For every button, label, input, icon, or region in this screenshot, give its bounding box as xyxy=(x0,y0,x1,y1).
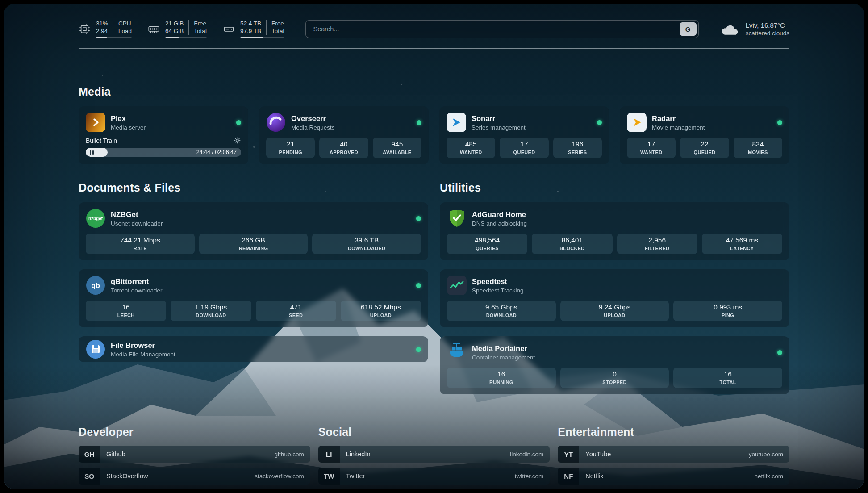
service-description: Torrent downloader xyxy=(111,287,163,294)
playback-time: 24:44 / 02:06:47 xyxy=(196,149,241,155)
now-playing-title: Bullet Train xyxy=(86,137,117,144)
disk-usage-bar xyxy=(240,37,284,38)
service-card-overseerr[interactable]: Overseerr Media Requests 21 PENDING 40 A… xyxy=(259,106,429,164)
documents-section-title: Documents & Files xyxy=(79,181,428,194)
bookmark-youtube[interactable]: YT YouTube youtube.com xyxy=(558,446,789,463)
bookmark-linkedin[interactable]: LI LinkedIn linkedin.com xyxy=(318,446,550,463)
stat-available: 945 AVAILABLE xyxy=(373,138,421,158)
service-card-portainer[interactable]: Media Portainer Container management 16 … xyxy=(440,336,789,394)
service-name: qBittorrent xyxy=(111,277,163,286)
service-card-speedtest[interactable]: Speedtest Speedtest Tracking 9.65 Gbps D… xyxy=(440,269,789,327)
svg-text:qb: qb xyxy=(91,282,100,289)
service-card-qbittorrent[interactable]: qb qBittorrent Torrent downloader 16 xyxy=(79,269,428,327)
service-description: Usenet downloader xyxy=(111,220,163,227)
developer-group-title: Developer xyxy=(79,426,310,439)
service-description: DNS and adblocking xyxy=(472,220,527,227)
pause-button[interactable] xyxy=(90,150,94,155)
stat-upload: 9.24 Gbps UPLOAD xyxy=(560,301,669,321)
bookmark-abbr: YT xyxy=(558,446,579,463)
cpu-usage-bar xyxy=(96,37,132,38)
cloud-icon xyxy=(720,22,740,36)
service-card-sonarr[interactable]: Sonarr Series management 485 WANTED 17 Q… xyxy=(439,106,609,164)
service-name: Radarr xyxy=(652,114,705,123)
status-dot xyxy=(416,283,421,288)
service-card-nzbget[interactable]: nzbget NZBGet Usenet downloader 744.21 M… xyxy=(79,202,428,260)
search-provider-button[interactable]: G xyxy=(680,22,697,36)
stat-queued: 17 QUEUED xyxy=(500,138,548,158)
section-media: Media Plex Media server xyxy=(79,85,789,164)
disk-total-label: Total xyxy=(271,27,284,35)
stat-download: 9.65 Gbps DOWNLOAD xyxy=(447,301,556,321)
bookmark-stackoverflow[interactable]: SO StackOverflow stackoverflow.com xyxy=(79,468,310,485)
bookmark-netflix[interactable]: NF Netflix netflix.com xyxy=(558,468,789,485)
bookmark-twitter[interactable]: TW Twitter twitter.com xyxy=(318,468,550,485)
media-section-title: Media xyxy=(79,85,789,98)
top-bar: 31% 2.94 CPU Load xyxy=(79,20,789,38)
bookmark-url: netflix.com xyxy=(754,473,789,480)
stat-upload: 618.52 Mbps UPLOAD xyxy=(341,301,421,321)
stat-seed: 471 SEED xyxy=(256,301,336,321)
bookmark-github[interactable]: GH Github github.com xyxy=(79,446,310,463)
filebrowser-icon xyxy=(86,339,105,359)
service-card-adguard[interactable]: AdGuard Home DNS and adblocking 498,564 … xyxy=(440,202,789,260)
stat-queued: 22 QUEUED xyxy=(680,138,729,158)
service-name: Media Portainer xyxy=(472,344,535,353)
playback-progress-bar[interactable]: 24:44 / 02:06:47 xyxy=(86,148,241,157)
stat-series: 196 SERIES xyxy=(553,138,602,158)
overseerr-icon xyxy=(266,113,286,132)
bookmark-abbr: NF xyxy=(558,468,579,485)
stat-downloaded: 39.6 TB DOWNLOADED xyxy=(312,234,421,254)
weather-location: Lviv, 16.87°C xyxy=(746,21,789,29)
service-name: Plex xyxy=(111,114,146,123)
stat-remaining: 266 GB REMAINING xyxy=(199,234,308,254)
service-description: Media server xyxy=(111,124,146,131)
bookmark-abbr: LI xyxy=(318,446,340,463)
nzbget-icon: nzbget xyxy=(86,209,105,228)
status-dot xyxy=(597,120,602,125)
stat-running: 16 RUNNING xyxy=(447,368,556,388)
service-card-radarr[interactable]: Radarr Movie management 17 WANTED 22 QUE… xyxy=(620,106,789,164)
service-description: Media File Management xyxy=(111,351,175,358)
dashboard-content: 31% 2.94 CPU Load xyxy=(4,4,864,489)
memory-widget: 21 GiB 64 GiB Free Total xyxy=(148,20,207,38)
bookmark-name: StackOverflow xyxy=(100,472,148,480)
service-name: File Browser xyxy=(111,341,175,350)
bookmark-url: github.com xyxy=(275,451,310,458)
disk-icon xyxy=(223,23,235,35)
stat-stopped: 0 STOPPED xyxy=(560,368,669,388)
service-name: Speedtest xyxy=(472,277,524,286)
search-input[interactable] xyxy=(305,20,698,38)
service-name: Sonarr xyxy=(472,114,526,123)
status-dot xyxy=(417,120,421,125)
weather-condition: scattered clouds xyxy=(746,30,789,37)
snow-specks xyxy=(4,4,4,4)
stat-movies: 834 MOVIES xyxy=(734,138,782,158)
dashboard-screen: 31% 2.94 CPU Load xyxy=(4,4,864,489)
bookmark-url: stackoverflow.com xyxy=(255,473,310,480)
disk-free-label: Free xyxy=(271,20,284,27)
speedtest-icon xyxy=(447,276,467,295)
status-dot xyxy=(236,120,241,125)
service-description: Container management xyxy=(472,354,535,361)
service-card-plex[interactable]: Plex Media server Bullet Train xyxy=(79,106,248,164)
gear-icon[interactable] xyxy=(234,137,241,144)
bookmark-name: YouTube xyxy=(579,451,611,458)
section-documents: Documents & Files nzbget NZBGet Usenet d… xyxy=(79,181,428,362)
stat-leech: 16 LEECH xyxy=(86,301,166,321)
memory-usage-bar xyxy=(165,37,207,38)
search-bar: G xyxy=(305,20,698,38)
stat-download: 1.19 Gbps DOWNLOAD xyxy=(171,301,251,321)
bookmark-group-social: Social LI LinkedIn linkedin.com TW Twitt… xyxy=(318,426,550,489)
section-utilities: Utilities AdGuard Home DNS xyxy=(440,181,789,394)
service-card-filebrowser[interactable]: File Browser Media File Management xyxy=(79,336,428,362)
sonarr-icon xyxy=(447,113,466,132)
stat-wanted: 17 WANTED xyxy=(627,138,676,158)
cpu-load-value: 2.94 xyxy=(96,27,108,35)
stat-wanted: 485 WANTED xyxy=(447,138,495,158)
disk-free-value: 52.4 TB xyxy=(240,20,261,27)
svg-text:nzbget: nzbget xyxy=(88,216,103,221)
stat-pending: 21 PENDING xyxy=(266,138,315,158)
topbar-divider xyxy=(79,48,789,49)
status-dot xyxy=(777,350,782,355)
memory-free-label: Free xyxy=(194,20,207,27)
